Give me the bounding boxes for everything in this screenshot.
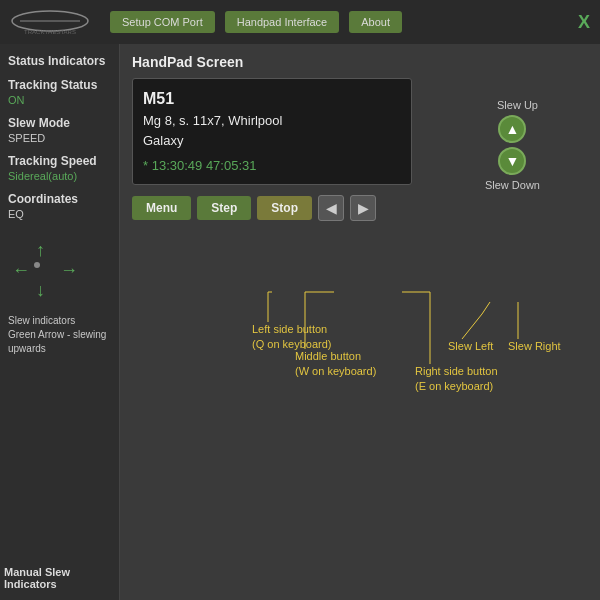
handpad-display: M51 Mg 8, s. 11x7, WhirlpoolGalaxy * 13:… (132, 78, 412, 185)
slew-up-button[interactable]: ▲ (498, 115, 526, 143)
slew-updown-controls: Slew Up ▲ ▼ Slew Down (485, 99, 540, 191)
handpad-interface-btn[interactable]: Handpad Interface (225, 11, 340, 33)
status-indicators-title: Status Indicators (8, 54, 111, 68)
content-area: HandPad Screen M51 Mg 8, s. 11x7, Whirlp… (120, 44, 600, 600)
arrow-down-icon: ↓ (36, 280, 45, 301)
slew-indicators-label: Slew indicatorsGreen Arrow - slewing upw… (8, 314, 111, 356)
sidebar: Status Indicators Tracking Status ON Sle… (0, 44, 120, 600)
svg-line-10 (482, 302, 490, 314)
coordinates-title: Coordinates (8, 192, 111, 206)
tracking-speed-title: Tracking Speed (8, 154, 111, 168)
slew-left-annotation: Slew Left (448, 339, 493, 354)
slew-indicators-widget: ↑ ← → ↓ (8, 240, 88, 310)
stop-button[interactable]: Stop (257, 196, 312, 220)
arrow-left-icon: ← (12, 260, 30, 281)
top-bar: TRACKTHESTARS Setup COM Port Handpad Int… (0, 0, 600, 44)
setup-com-btn[interactable]: Setup COM Port (110, 11, 215, 33)
svg-text:TRACKTHESTARS: TRACKTHESTARS (24, 29, 76, 35)
tracking-status-title: Tracking Status (8, 78, 111, 92)
middle-btn-annotation: Middle button(W on keyboard) (295, 349, 376, 380)
main-layout: Status Indicators Tracking Status ON Sle… (0, 44, 600, 600)
slew-left-button[interactable]: ◀ (318, 195, 344, 221)
center-dot (34, 262, 40, 268)
svg-line-9 (462, 314, 482, 339)
slew-mode-title: Slew Mode (8, 116, 111, 130)
arrow-right-icon: → (60, 260, 78, 281)
coordinates-value: EQ (8, 208, 111, 220)
object-name: M51 (143, 87, 401, 111)
handpad-screen-title: HandPad Screen (132, 54, 588, 70)
tracking-speed-value: Sidereal(auto) (8, 170, 111, 182)
slew-right-annotation: Slew Right (508, 339, 561, 354)
right-btn-annotation: Right side button(E on keyboard) (415, 364, 498, 395)
tracking-status-value: ON (8, 94, 111, 106)
slew-up-label: Slew Up (497, 99, 538, 111)
step-button[interactable]: Step (197, 196, 251, 220)
close-icon[interactable]: X (578, 12, 590, 33)
about-btn[interactable]: About (349, 11, 402, 33)
slew-down-button[interactable]: ▼ (498, 147, 526, 175)
manual-slew-indicators-label: Manual Slew Indicators (4, 566, 116, 590)
arrow-up-icon: ↑ (36, 240, 45, 261)
logo: TRACKTHESTARS (10, 6, 90, 39)
slew-right-button[interactable]: ▶ (350, 195, 376, 221)
object-coords: * 13:30:49 47:05:31 (143, 156, 401, 176)
control-buttons-row: Menu Step Stop ◀ ▶ (132, 195, 588, 221)
slew-mode-value: SPEED (8, 132, 111, 144)
slew-down-label: Slew Down (485, 179, 540, 191)
menu-button[interactable]: Menu (132, 196, 191, 220)
object-description: Mg 8, s. 11x7, WhirlpoolGalaxy (143, 111, 401, 150)
